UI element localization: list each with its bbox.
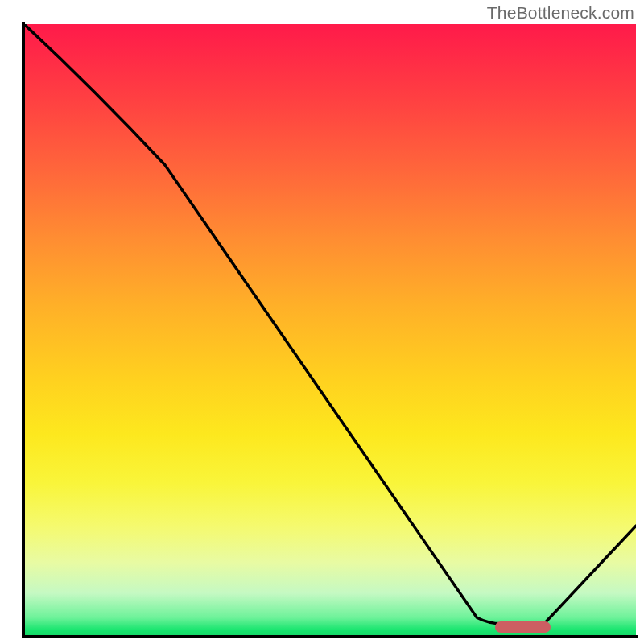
watermark-text: TheBottleneck.com (487, 3, 634, 23)
y-axis (22, 22, 25, 638)
chart-plot-area (24, 24, 636, 636)
bottleneck-curve (24, 24, 636, 636)
x-axis (22, 635, 638, 638)
optimal-range-marker (495, 621, 550, 633)
